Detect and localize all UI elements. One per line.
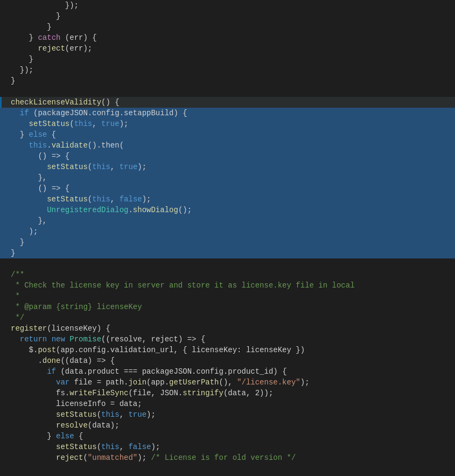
code-line: } [0,75,455,86]
code-line: fs.writeFileSync(file, JSON.stringify(da… [0,388,455,398]
code-editor: }); } } } catch (err) { reject(err); } [0,0,455,476]
code-line: }); [0,65,455,75]
code-line: () => { [0,183,455,194]
code-line: setStatus(this, false); [0,194,455,205]
code-line-comment: * [0,291,455,302]
code-line-comment: * @param {string} licenseKey [0,302,455,312]
code-line: register(licenseKey) { [0,323,455,334]
code-line: } catch (err) { [0,32,455,43]
code-line: } else { [0,129,455,140]
code-line: reject("unmatched"); /* License is for o… [0,452,455,463]
code-line: resolve(data); [0,420,455,431]
code-line: } [0,22,455,32]
code-line: setStatus(this, true); [0,162,455,172]
code-line: ); [0,226,455,237]
code-line: } [0,54,455,65]
code-line: } else { [0,431,455,442]
code-line: } [0,11,455,22]
code-line: } [0,248,455,258]
code-line: setStatus(this, true); [0,118,455,129]
code-line: this.validate().then( [0,140,455,151]
code-line [0,86,455,97]
code-line: licenseInfo = data; [0,398,455,409]
code-line-comment: */ [0,312,455,323]
code-line: setStatus(this, true); [0,409,455,420]
code-line: UnregisteredDialog.showDialog(); [0,205,455,215]
code-line: .done((data) => { [0,355,455,366]
code-content: }); } } } catch (err) { reject(err); } [0,0,455,463]
code-line: }, [0,215,455,226]
code-line: }); [0,0,455,11]
code-line-check-license: checkLicenseValidity() { [0,97,455,108]
code-line-comment: * Check the license key in server and st… [0,280,455,291]
code-line [0,258,455,269]
code-line-comment: /** [0,269,455,280]
code-line: var file = path.join(app.getUserPath(), … [0,377,455,388]
code-line: setStatus(this, false); [0,442,455,452]
code-line: if (data.product === packageJSON.config.… [0,366,455,377]
code-line: } [0,237,455,248]
code-line: if (packageJSON.config.setappBuild) { [0,108,455,118]
code-line: () => { [0,151,455,162]
code-line: return new Promise((resolve, reject) => … [0,334,455,345]
code-line: }, [0,172,455,183]
code-line: $.post(app.config.validation_url, { lice… [0,345,455,355]
code-line: reject(err); [0,43,455,54]
